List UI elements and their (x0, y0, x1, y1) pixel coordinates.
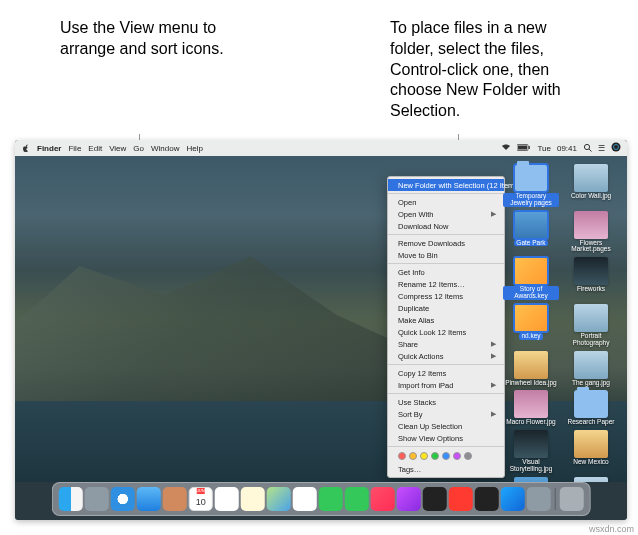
file-label: The gang.jpg (572, 380, 610, 387)
apple-menu-icon[interactable] (21, 144, 30, 153)
dock-messages-icon[interactable] (319, 487, 343, 511)
app-name[interactable]: Finder (37, 144, 61, 153)
desktop[interactable]: New Folder with Selection (12 Items)Open… (15, 156, 627, 482)
dock-reminders-icon[interactable] (215, 487, 239, 511)
dock-stocks-icon[interactable] (475, 487, 499, 511)
dock-launchpad-icon[interactable] (85, 487, 109, 511)
tag-color-dot[interactable] (398, 452, 406, 460)
context-menu-separator (388, 393, 504, 394)
context-menu-item[interactable]: Rename 12 Items… (388, 278, 504, 290)
desktop-file-icon[interactable]: Flowers Market.pages (563, 211, 619, 254)
menubar-day[interactable]: Tue (537, 144, 551, 153)
context-menu-item[interactable]: Remove Downloads (388, 237, 504, 249)
context-menu-item[interactable]: New Folder with Selection (12 Items) (388, 179, 504, 191)
context-menu-separator (388, 364, 504, 365)
tag-color-dot[interactable] (409, 452, 417, 460)
desktop-file-icon[interactable]: Gate Park (503, 211, 559, 254)
wifi-icon[interactable] (501, 143, 511, 153)
menu-window[interactable]: Window (151, 144, 179, 153)
dock-appstore-icon[interactable] (501, 487, 525, 511)
dock-system-preferences-icon[interactable] (527, 487, 551, 511)
context-menu-item[interactable]: Show View Options (388, 432, 504, 444)
dock-photos-icon[interactable] (293, 487, 317, 511)
svg-rect-2 (529, 146, 530, 149)
file-label: Research Paper (568, 419, 615, 426)
context-menu-item[interactable]: Open (388, 196, 504, 208)
desktop-file-icon[interactable]: New Mexico (563, 430, 619, 473)
tag-color-dot[interactable] (442, 452, 450, 460)
dock-facetime-icon[interactable] (345, 487, 369, 511)
dock-tv-icon[interactable] (423, 487, 447, 511)
context-menu-item[interactable]: Clean Up Selection (388, 420, 504, 432)
tag-color-dot[interactable] (464, 452, 472, 460)
dock-contacts-icon[interactable] (163, 487, 187, 511)
search-icon[interactable] (583, 143, 592, 154)
context-menu-item[interactable]: Open With▶ (388, 208, 504, 220)
context-menu-item[interactable]: Compress 12 Items (388, 290, 504, 302)
context-menu-item[interactable]: Get Info (388, 266, 504, 278)
watermark: wsxdn.com (589, 524, 634, 534)
menubar-time[interactable]: 09:41 (557, 144, 577, 153)
desktop-file-icon[interactable]: Temporary Jewelry pages (503, 164, 559, 207)
dock-podcasts-icon[interactable] (397, 487, 421, 511)
context-menu-item[interactable]: Copy 12 Items (388, 367, 504, 379)
context-menu-item[interactable]: Quick Actions▶ (388, 350, 504, 362)
file-thumbnail (514, 351, 548, 379)
dock-trash-icon[interactable] (559, 487, 583, 511)
tag-color-dot[interactable] (431, 452, 439, 460)
desktop-file-icon[interactable]: Fireworks (563, 257, 619, 300)
file-label: Fireworks (577, 286, 605, 293)
menu-view[interactable]: View (109, 144, 126, 153)
desktop-file-icon[interactable]: Portrait Photography (563, 304, 619, 347)
dock-music-icon[interactable] (371, 487, 395, 511)
context-menu-item[interactable]: Share▶ (388, 338, 504, 350)
dock-calendar-icon[interactable]: JUN10 (189, 487, 213, 511)
tag-color-dot[interactable] (453, 452, 461, 460)
context-menu-separator (388, 193, 504, 194)
desktop-file-icon[interactable]: nd.key (503, 304, 559, 347)
menubar: Finder File Edit View Go Window Help Tue… (15, 140, 627, 156)
context-menu-item[interactable]: Move to Bin (388, 249, 504, 261)
dock-maps-icon[interactable] (267, 487, 291, 511)
mac-screenshot: Finder File Edit View Go Window Help Tue… (15, 140, 627, 520)
context-menu-item[interactable]: Import from iPad▶ (388, 379, 504, 391)
dock-news-icon[interactable] (449, 487, 473, 511)
desktop-file-icon[interactable]: Visual Storytelling.jpg (503, 430, 559, 473)
menu-help[interactable]: Help (186, 144, 202, 153)
context-menu-item[interactable]: Make Alias (388, 314, 504, 326)
context-menu-tags-more[interactable]: Tags… (388, 463, 504, 475)
menu-go[interactable]: Go (133, 144, 144, 153)
context-menu-item[interactable]: Download Now (388, 220, 504, 232)
file-label: Pinwheel Idea.jpg (505, 380, 556, 387)
menu-edit[interactable]: Edit (88, 144, 102, 153)
dock-mail-icon[interactable] (137, 487, 161, 511)
file-thumbnail (574, 390, 608, 418)
siri-icon[interactable] (611, 142, 621, 154)
desktop-file-icon[interactable]: Color Wall.jpg (563, 164, 619, 207)
context-menu-item[interactable]: Duplicate (388, 302, 504, 314)
dock-safari-icon[interactable] (111, 487, 135, 511)
file-thumbnail (514, 390, 548, 418)
file-label: Macro Flower.jpg (506, 419, 556, 426)
tag-color-dot[interactable] (420, 452, 428, 460)
desktop-file-icon[interactable]: The gang.jpg (563, 351, 619, 387)
menu-file[interactable]: File (68, 144, 81, 153)
dock-notes-icon[interactable] (241, 487, 265, 511)
desktop-file-icon[interactable]: Research Paper (563, 390, 619, 426)
svg-point-5 (612, 143, 621, 152)
file-thumbnail (574, 351, 608, 379)
submenu-arrow-icon: ▶ (491, 210, 496, 218)
submenu-arrow-icon: ▶ (491, 340, 496, 348)
desktop-file-icon[interactable]: Pinwheel Idea.jpg (503, 351, 559, 387)
control-center-icon[interactable]: ☰ (598, 144, 605, 153)
desktop-file-icon[interactable]: Macro Flower.jpg (503, 390, 559, 426)
desktop-file-icon[interactable]: Story of Awards.key (503, 257, 559, 300)
battery-icon[interactable] (517, 144, 531, 153)
context-menu-item[interactable]: Quick Look 12 Items (388, 326, 504, 338)
context-menu-item[interactable]: Use Stacks (388, 396, 504, 408)
file-thumbnail (574, 257, 608, 285)
context-menu-item[interactable]: Sort By▶ (388, 408, 504, 420)
svg-line-4 (589, 149, 592, 152)
dock-finder-icon[interactable] (59, 487, 83, 511)
dock: JUN10 (52, 482, 591, 516)
